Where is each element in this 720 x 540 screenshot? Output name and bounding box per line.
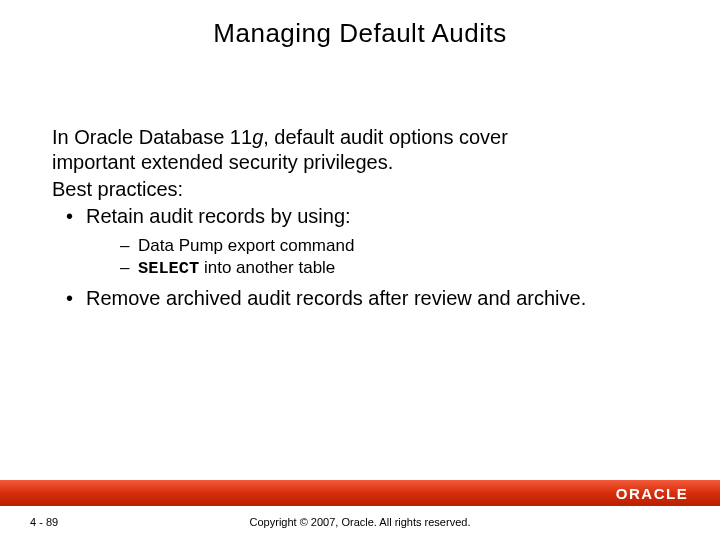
bullet-retain: Retain audit records by using: Data Pump…	[52, 204, 680, 280]
select-keyword: SELECT	[138, 259, 199, 278]
oracle-logo-text: ORACLE	[616, 485, 688, 502]
slide: Managing Default Audits In Oracle Databa…	[0, 0, 720, 540]
sub-select-rest: into another table	[199, 258, 335, 277]
bullet-list: Retain audit records by using: Data Pump…	[52, 204, 680, 311]
intro-italic-g: g	[252, 126, 263, 148]
oracle-logo: ORACLE	[598, 482, 706, 504]
best-practices-label: Best practices:	[52, 177, 680, 202]
sub-select-into: SELECT into another table	[86, 257, 680, 280]
intro-prefix: In Oracle Database 11	[52, 126, 252, 148]
sub-data-pump: Data Pump export command	[86, 235, 680, 257]
copyright-text: Copyright © 2007, Oracle. All rights res…	[0, 516, 720, 528]
intro-line-2: important extended security privileges.	[52, 150, 680, 175]
bullet-remove: Remove archived audit records after revi…	[52, 286, 680, 311]
intro-line-1: In Oracle Database 11g, default audit op…	[52, 125, 680, 150]
page-title: Managing Default Audits	[0, 18, 720, 49]
content-block: In Oracle Database 11g, default audit op…	[52, 125, 680, 311]
bullet-retain-text: Retain audit records by using:	[86, 205, 351, 227]
sub-list: Data Pump export command SELECT into ano…	[86, 235, 680, 280]
intro-suffix: , default audit options cover	[263, 126, 508, 148]
